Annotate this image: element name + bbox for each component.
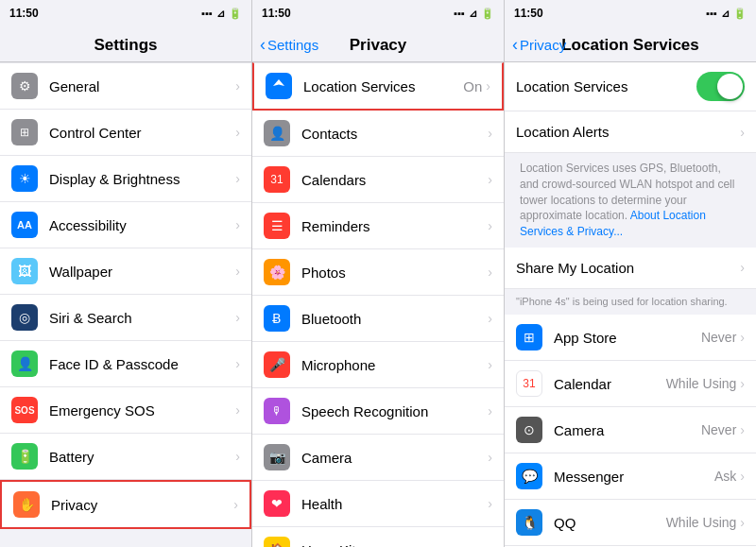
settings-item-control-center[interactable]: ⊞ Control Center › (0, 110, 251, 156)
privacy-item-camera[interactable]: 📷 Camera › (252, 435, 504, 481)
messenger-label: Messenger (554, 469, 714, 485)
app-item-camera[interactable]: ⊙ Camera Never › (505, 407, 756, 453)
privacy-back-button[interactable]: ‹ Settings (260, 35, 318, 55)
control-center-label: Control Center (49, 125, 235, 141)
status-bars: 11:50 ▪▪▪ ⊿ 🔋 11:50 ▪▪▪ ⊿ 🔋 11:50 ▪▪▪ ⊿ … (0, 0, 756, 26)
settings-list[interactable]: ⚙ General › ⊞ Control Center › ☀ Display… (0, 62, 251, 547)
privacy-item-homekit[interactable]: 🏠 HomeKit › (252, 527, 504, 547)
calendars-label: Calendars (301, 172, 488, 188)
battery-chevron: › (235, 449, 240, 464)
location-back-label: Privacy (520, 37, 566, 53)
location-services-toggle[interactable] (696, 72, 745, 101)
appstore-chevron: › (740, 330, 745, 345)
privacy-item-calendars[interactable]: 31 Calendars › (252, 157, 504, 203)
bluetooth-chevron: › (488, 311, 492, 326)
photos-label: Photos (301, 265, 488, 281)
privacy-item-contacts[interactable]: 👤 Contacts › (252, 111, 504, 157)
homekit-label: HomeKit (301, 542, 488, 548)
camera-app-value: Never (701, 422, 736, 437)
status-bar-1: 11:50 ▪▪▪ ⊿ 🔋 (0, 0, 252, 26)
app-item-messenger[interactable]: 💬 Messenger Ask › (505, 453, 756, 500)
location-list[interactable]: Location Services Location Alerts › Loca… (505, 62, 756, 547)
location-alerts-chevron: › (740, 125, 745, 140)
display-icon: ☀ (11, 165, 38, 192)
camera-app-chevron: › (740, 422, 745, 437)
about-link[interactable]: About Location Services & Privacy... (520, 209, 706, 238)
health-icon: ❤ (264, 490, 290, 517)
privacy-back-label: Settings (267, 37, 318, 53)
reminders-icon: ☰ (264, 213, 290, 239)
calendars-chevron: › (488, 172, 492, 187)
location-icon (266, 73, 292, 99)
battery-icon: 🔋 (11, 443, 38, 470)
privacy-list[interactable]: Location Services On › 👤 Contacts › 31 C… (252, 62, 504, 547)
settings-item-siri[interactable]: ◎ Siri & Search › (0, 295, 251, 341)
speech-label: Speech Recognition (301, 403, 488, 419)
camera-label: Camera (301, 450, 488, 466)
camera-chevron: › (488, 450, 492, 465)
location-info-text: Location Services uses GPS, Bluetooth, a… (505, 153, 756, 248)
settings-item-display[interactable]: ☀ Display & Brightness › (0, 156, 251, 202)
reminders-chevron: › (488, 218, 492, 233)
privacy-item-speech[interactable]: 🎙 Speech Recognition › (252, 388, 504, 435)
general-chevron: › (235, 78, 240, 94)
accessibility-chevron: › (235, 217, 240, 232)
location-alerts-row[interactable]: Location Alerts › (505, 111, 756, 153)
appstore-icon: ⊞ (516, 324, 542, 350)
location-back-button[interactable]: ‹ Privacy (512, 35, 566, 55)
status-icons-1: ▪▪▪ ⊿ 🔋 (201, 8, 242, 20)
location-services-toggle-label: Location Services (516, 78, 696, 94)
share-my-location-row[interactable]: Share My Location › (505, 248, 756, 289)
calendar-chevron: › (740, 376, 745, 391)
accessibility-label: Accessibility (49, 217, 235, 233)
privacy-label: Privacy (51, 497, 233, 513)
privacy-item-bluetooth[interactable]: Ƀ Bluetooth › (252, 296, 504, 342)
homekit-chevron: › (488, 542, 492, 547)
status-bar-3: 11:50 ▪▪▪ ⊿ 🔋 (505, 0, 756, 26)
app-item-qq[interactable]: 🐧 QQ While Using › (505, 500, 756, 546)
settings-item-battery[interactable]: 🔋 Battery › (0, 434, 251, 480)
privacy-item-photos[interactable]: 🌸 Photos › (252, 249, 504, 296)
panel-privacy: ‹ Settings Privacy Location Services On … (252, 26, 505, 547)
faceid-icon: 👤 (11, 350, 38, 377)
messenger-value: Ask (714, 469, 736, 484)
contacts-label: Contacts (301, 126, 488, 142)
qq-label: QQ (554, 515, 666, 531)
faceid-chevron: › (235, 356, 240, 371)
settings-item-general[interactable]: ⚙ General › (0, 62, 251, 110)
siri-chevron: › (235, 310, 240, 325)
microphone-label: Microphone (301, 357, 488, 373)
accessibility-icon: AA (11, 212, 38, 238)
settings-item-accessibility[interactable]: AA Accessibility › (0, 202, 251, 248)
sos-label: Emergency SOS (49, 402, 235, 419)
location-title: Location Services (561, 36, 699, 55)
app-item-calendar[interactable]: 31 Calendar While Using › (505, 361, 756, 407)
settings-item-faceid[interactable]: 👤 Face ID & Passcode › (0, 341, 251, 387)
privacy-item-location[interactable]: Location Services On › (252, 62, 504, 111)
qq-chevron: › (740, 515, 745, 530)
appstore-value: Never (701, 330, 736, 345)
panels: Settings ⚙ General › ⊞ Control Center › … (0, 26, 756, 547)
calendar-icon: 31 (516, 370, 542, 397)
camera-app-label: Camera (554, 422, 701, 438)
settings-item-wallpaper[interactable]: 🖼 Wallpaper › (0, 248, 251, 295)
reminders-label: Reminders (301, 218, 488, 234)
messenger-chevron: › (740, 469, 745, 484)
siri-icon: ◎ (11, 304, 38, 331)
location-back-arrow-icon: ‹ (512, 35, 518, 55)
time-2: 11:50 (262, 7, 291, 20)
location-services-toggle-row[interactable]: Location Services (505, 62, 756, 111)
privacy-item-reminders[interactable]: ☰ Reminders › (252, 203, 504, 249)
status-icons-3: ▪▪▪ ⊿ 🔋 (706, 8, 747, 20)
display-label: Display & Brightness (49, 171, 235, 187)
microphone-chevron: › (488, 357, 492, 372)
settings-item-sos[interactable]: SOS Emergency SOS › (0, 387, 251, 434)
privacy-item-health[interactable]: ❤ Health › (252, 481, 504, 527)
time-3: 11:50 (514, 7, 543, 20)
settings-item-privacy[interactable]: ✋ Privacy › (0, 480, 251, 529)
calendars-icon: 31 (264, 166, 290, 193)
contacts-chevron: › (488, 126, 492, 141)
location-services-label: Location Services (303, 78, 463, 94)
privacy-item-microphone[interactable]: 🎤 Microphone › (252, 342, 504, 388)
app-item-appstore[interactable]: ⊞ App Store Never › (505, 315, 756, 361)
